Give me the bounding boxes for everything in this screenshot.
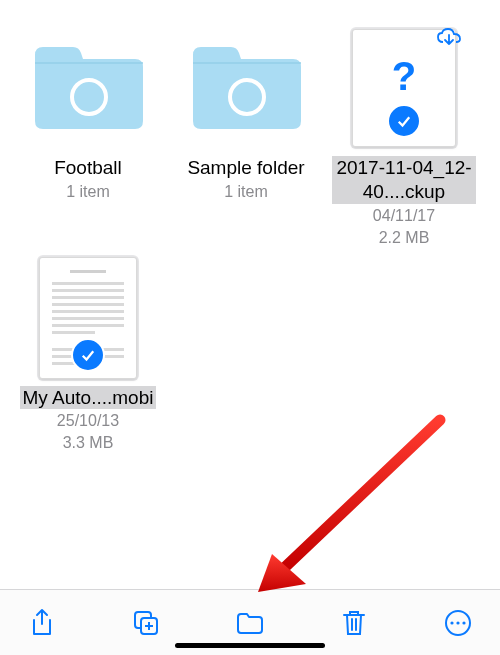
svg-point-5 [450,621,453,624]
file-item[interactable]: ? 2017-11-04_12-40....ckup 04/11/17 2.2 … [330,28,478,248]
file-name: Football [51,156,125,180]
file-grid: Football 1 item Sample folder 1 item [14,28,486,453]
file-label-block: My Auto....mobi 25/10/13 3.3 MB [16,386,160,454]
file-grid-area: Football 1 item Sample folder 1 item [0,0,500,589]
duplicate-button[interactable] [126,603,166,643]
file-name: 2017-11-04_12-40....ckup [332,156,476,204]
question-mark-icon: ? [353,54,455,99]
file-meta-size: 3.3 MB [16,433,160,453]
file-thumbnail: ? [344,28,464,148]
home-indicator[interactable] [175,643,325,648]
svg-point-7 [462,621,465,624]
folder-icon [235,608,265,638]
selected-check-icon [387,104,421,138]
file-name: My Auto....mobi [20,386,157,410]
file-label-block: Football 1 item [16,156,160,202]
share-icon [27,608,57,638]
file-label-block: 2017-11-04_12-40....ckup 04/11/17 2.2 MB [332,156,476,248]
folder-icon [29,43,147,133]
duplicate-icon [131,608,161,638]
move-button[interactable] [230,603,270,643]
file-name: Sample folder [184,156,307,180]
file-meta-date: 25/10/13 [16,411,160,431]
files-screen: Football 1 item Sample folder 1 item [0,0,500,655]
file-label-block: Sample folder 1 item [174,156,318,202]
folder-icon [187,43,305,133]
delete-button[interactable] [334,603,374,643]
file-item[interactable]: Football 1 item [14,28,162,248]
file-meta-size: 2.2 MB [332,228,476,248]
more-button[interactable] [438,603,478,643]
folder-thumbnail [28,28,148,148]
file-meta-date: 04/11/17 [332,206,476,226]
selected-check-icon [71,338,105,372]
cloud-download-icon [436,28,462,52]
svg-point-6 [456,621,459,624]
file-item[interactable]: My Auto....mobi 25/10/13 3.3 MB [14,258,162,454]
share-button[interactable] [22,603,62,643]
file-meta: 1 item [174,182,318,202]
more-icon [443,608,473,638]
file-thumbnail [28,258,148,378]
trash-icon [339,608,369,638]
file-item[interactable]: Sample folder 1 item [172,28,320,248]
folder-thumbnail [186,28,306,148]
file-meta: 1 item [16,182,160,202]
